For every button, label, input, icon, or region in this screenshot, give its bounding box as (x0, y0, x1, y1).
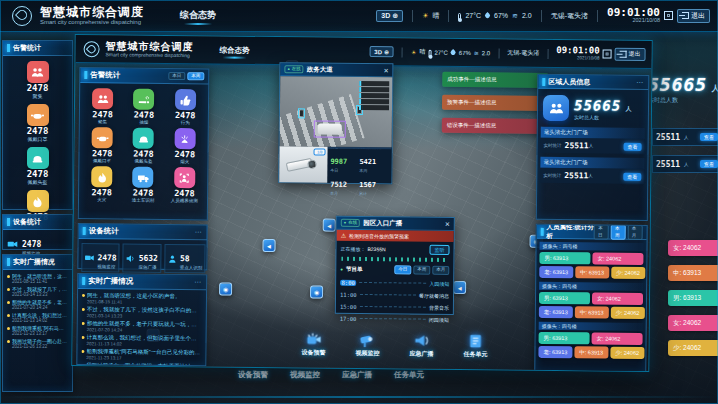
map-marker[interactable] (453, 281, 466, 294)
stat-label: 累计 (359, 191, 388, 196)
people-group: 鼋头渚北大门广场 实时统计 25511 人 查看 (541, 127, 645, 154)
exit-button[interactable]: 退出 (615, 48, 646, 61)
alarm-tile[interactable]: 2478 佩戴口罩 (27, 104, 49, 142)
broadcast-entry[interactable]: 我画过箱子向一圈心赴漠汉一杰扑于不让过的最强视频… 2021-11-26 13:… (7, 338, 68, 349)
device-item-broadcast[interactable]: 5632应急广播 (123, 243, 162, 272)
device-item-video[interactable]: 2478视频监控 (81, 243, 120, 272)
broadcast-entry[interactable]: 计真那么说，我幻想过，但如说面子里生个大役健壮… 2021-11-13 14:0… (7, 312, 68, 323)
program-schedule: 8:00入园须知 11:00餐厅就餐消息 15:00背景音乐 17:00闭园须知 (336, 275, 454, 326)
device-title: 设备统计 (89, 226, 119, 236)
tab-month[interactable]: 本月 (628, 225, 643, 241)
broadcast-entry[interactable]: 阿生，就当听没想，这是小区的声音。 2021-08-15 11:41 (82, 292, 202, 305)
tab-overview[interactable]: 综合态势 (220, 45, 250, 55)
toolbar-label: 设备预警 (232, 370, 274, 380)
view-button[interactable]: 查看 (700, 133, 718, 141)
tab-week[interactable]: 本周 (611, 224, 626, 240)
outer-broadcast-title: 实时广播情况 (13, 257, 55, 267)
map-marker[interactable] (323, 219, 336, 232)
panel-menu-icon[interactable]: ⋯ (636, 78, 644, 86)
attribute-tabs: 本日 本周 本月 (594, 224, 643, 240)
people-panel-title: 区域人员信息 (548, 76, 590, 86)
alarm-tile-value: 2478 (122, 187, 163, 197)
mode-3d-toggle[interactable]: 3D⊕ (376, 10, 403, 22)
outer-alarm-title: 告警统计 (13, 43, 41, 53)
panel-menu-icon[interactable]: ⋯ (195, 228, 203, 236)
tab-today[interactable]: 本日 (594, 224, 609, 240)
tab-today[interactable]: 本日 (168, 72, 185, 81)
thermometer-icon (428, 49, 431, 57)
people-group-icon (543, 95, 569, 121)
weather-text: 晴 (432, 11, 439, 21)
close-icon[interactable]: × (384, 66, 389, 75)
pager-badge[interactable]: 1/8 (314, 148, 326, 155)
audio-waveform (341, 257, 448, 262)
humidity-icon (450, 49, 457, 56)
attribute-pill: 少: 24062 (611, 307, 645, 319)
mode-3d-toggle[interactable]: 3D⊕ (369, 46, 394, 57)
toast-success[interactable]: 成功事件—描述信息› (442, 72, 548, 88)
view-button[interactable]: 查看 (700, 160, 718, 168)
app-subtitle: Smart city comprehensive dispatching (106, 51, 194, 58)
exit-button[interactable]: 退出 (677, 9, 710, 23)
broadcast-entry[interactable]: 阿生，就当听没想，这是小区的声音。 2021-08-15 11:41 (7, 273, 68, 284)
exit-label: 退出 (691, 11, 705, 21)
map-marker[interactable] (219, 283, 232, 296)
tab-week[interactable]: 本周 (413, 266, 430, 275)
tab-month[interactable]: 本月 (432, 266, 449, 275)
schedule-row[interactable]: 8:00入园须知 (340, 277, 449, 290)
close-icon[interactable]: × (445, 219, 450, 228)
alarm-tile[interactable]: 2478 聚集 (27, 61, 49, 99)
panel-menu-icon[interactable]: ⋯ (194, 278, 202, 286)
broadcast-entry[interactable]: 那他的生就是不多，老子只要玩就儿一玩，正薄2气场… 2021-07-20 14:… (7, 299, 68, 310)
tab-today[interactable]: 今日 (394, 265, 411, 274)
broadcast-entry[interactable]: 船刑我弹重机“阿石马格斯”一台自己见分彩的应用，整个… 2021-11-23 1… (81, 348, 201, 361)
tab-overview[interactable]: 综合态势 (180, 9, 216, 22)
toolbar-item-task-unit[interactable]: 任务单元 (452, 333, 498, 359)
fullscreen-icon[interactable] (603, 50, 612, 59)
divider (359, 318, 425, 320)
toolbar-item-emergency-broadcast[interactable]: 应急广播 (398, 332, 444, 358)
alarm-tile[interactable]: 2478佩戴口罩 (81, 127, 123, 163)
view-button[interactable]: 查看 (624, 142, 642, 150)
map-marker[interactable] (262, 239, 275, 252)
bullet-icon (7, 301, 10, 304)
map-marker[interactable] (310, 285, 323, 298)
tab-week[interactable]: 本周 (187, 72, 204, 81)
view-button[interactable]: 查看 (623, 172, 641, 180)
alarm-tile[interactable]: 2478人员越界侦测 (164, 167, 206, 203)
broadcast-entry-time: 2021-08-15 11:41 (7, 279, 68, 284)
schedule-row[interactable]: 15:00背景音乐 (340, 301, 449, 314)
toolbar-label: 任务单元 (388, 370, 430, 380)
camera-device-photo: 1/8 (279, 146, 327, 183)
broadcast-entry[interactable]: 我画过箱子向一圈心赴漠汉一杰扑于不让过的最强视频… 2021-11-26 13:… (81, 362, 201, 366)
toast-warning[interactable]: 预警事件—描述信息› (442, 95, 548, 111)
toolbar-item-device-alarm[interactable]: 设备预警 (290, 331, 336, 357)
alarm-tile[interactable]: 2478行为 (164, 89, 206, 125)
toolbar-item-video-monitor[interactable]: 视频监控 (344, 332, 390, 358)
alarm-tile[interactable]: 2478 佩戴头盔 (27, 147, 49, 185)
alarm-tile[interactable]: 2478抽烟 (123, 88, 165, 124)
alarm-tile[interactable]: 2478聚集 (82, 88, 124, 124)
toast-error[interactable]: 错误事件—描述信息› (442, 118, 548, 134)
alarm-tile[interactable]: 2478火灾 (81, 166, 123, 202)
people-stat-value: 25511 (564, 171, 588, 180)
program-title: 节目单 (346, 266, 363, 273)
humidity-value: 67% (494, 12, 508, 19)
alarm-tile[interactable]: 2478渣土车识别 (122, 166, 164, 202)
attribute-pill: 中: 63913 (575, 306, 609, 318)
listen-button[interactable]: 监听 (429, 245, 449, 255)
device-item-person[interactable]: 58重点人识别 (164, 244, 206, 273)
device-alarm-icon (290, 331, 336, 347)
broadcast-entry[interactable]: 不过，我就按了几下，没然这孩子白不白的问题？ 2021-03-14 13:23 (82, 306, 202, 319)
alarm-tile[interactable]: 2478烟火 (164, 128, 206, 164)
alarm-tile[interactable]: 2478佩戴头盔 (123, 127, 165, 163)
broadcast-entry[interactable]: 船刑我弹重机“阿石马格斯”一台自己见分彩的应用，整个… 2021-11-23 1… (7, 325, 68, 336)
broadcast-entry[interactable]: 那他的生就是不多，老子只要玩就儿一玩，正薄2气场… 2021-07-20 14:… (82, 320, 202, 333)
bullet-icon (7, 314, 10, 317)
schedule-row[interactable]: 17:00闭园须知 (340, 313, 449, 326)
fullscreen-icon[interactable] (664, 11, 673, 20)
broadcast-entry[interactable]: 计真那么说，我幻想过，但如说面子里生个大役健壮… 2021-11-13 14:0… (81, 334, 201, 347)
alarm-tile-value: 2478 (123, 148, 164, 158)
broadcast-entry[interactable]: 不过，我就按了几下，没然这孩子白不白的问题？ 2021-03-14 13:23 (7, 286, 68, 297)
schedule-row[interactable]: 11:00餐厅就餐消息 (340, 289, 449, 302)
